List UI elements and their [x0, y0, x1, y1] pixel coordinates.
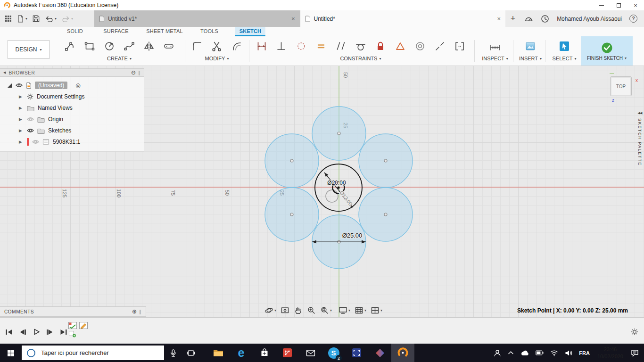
offset-tool[interactable] — [227, 37, 247, 55]
sketch-point[interactable] — [290, 213, 293, 216]
tab-sheet-metal[interactable]: SHEET METAL — [142, 27, 187, 36]
sketch-circle-construction[interactable] — [326, 190, 338, 202]
sketch-palette-tab[interactable]: ◀◀ SKETCH PALETTE — [637, 111, 642, 166]
view-cube-face-label[interactable]: TOP — [616, 84, 626, 89]
activate-component-icon[interactable]: ◎ — [75, 82, 80, 89]
circle-tool[interactable] — [99, 37, 119, 55]
dev-tool-app[interactable] — [345, 344, 368, 362]
tab-surface[interactable]: SURFACE — [99, 27, 132, 36]
expand-icon[interactable]: ▶ — [19, 140, 24, 144]
skype-app[interactable]: S 2 — [322, 344, 345, 362]
view-cube[interactable]: TOP x z — [610, 76, 632, 96]
new-tab-button[interactable]: + — [505, 10, 520, 27]
task-view-button[interactable] — [182, 344, 200, 362]
file-menu-button[interactable]: ▾ — [16, 14, 28, 24]
viewports-button[interactable]: ▾ — [369, 305, 384, 316]
trim-tool[interactable] — [207, 37, 227, 55]
mail-app[interactable] — [299, 344, 322, 362]
sketch-palette-label[interactable]: SKETCH PALETTE — [637, 118, 642, 166]
timeline-feature-component-icon[interactable] — [68, 322, 77, 329]
workspace-selector[interactable]: DESIGN ▾ — [8, 40, 50, 59]
create-group-label[interactable]: CREATE▾ — [107, 56, 132, 61]
look-at-button[interactable] — [279, 305, 291, 316]
go-to-end-button[interactable] — [58, 328, 69, 336]
step-back-button[interactable] — [17, 328, 28, 336]
timeline-settings-button[interactable] — [631, 328, 638, 336]
midpoint-constraint[interactable] — [390, 37, 410, 55]
maximize-button[interactable] — [610, 0, 627, 10]
expand-palette-icon[interactable]: ◀◀ — [638, 111, 642, 115]
select-group-label[interactable]: SELECT▾ — [553, 56, 577, 61]
expand-icon[interactable]: ▶ — [19, 106, 24, 110]
tree-item-origin[interactable]: ▶ Origin — [0, 114, 144, 125]
onedrive-button[interactable] — [517, 344, 532, 362]
diamond-app[interactable] — [368, 344, 391, 362]
go-to-start-button[interactable] — [4, 328, 14, 336]
visibility-eye-icon[interactable] — [27, 128, 34, 133]
visibility-eye-off-icon[interactable] — [32, 140, 39, 144]
taskbar-clock[interactable]: 23:46 10/02/2020 — [593, 346, 627, 360]
file-explorer-app[interactable] — [206, 344, 230, 362]
grid-snap-button[interactable]: ▾ — [353, 305, 368, 316]
help-button[interactable]: ? — [629, 15, 637, 23]
coincident-constraint[interactable] — [291, 37, 311, 55]
microphone-button[interactable] — [164, 344, 182, 362]
action-center-button[interactable] — [627, 344, 642, 362]
tangent-constraint[interactable] — [351, 37, 371, 55]
finish-sketch-button[interactable]: FINISH SKETCH▾ — [581, 36, 633, 66]
close-tab-icon[interactable]: × — [291, 15, 295, 22]
play-button[interactable] — [31, 328, 41, 336]
collapse-all-icon[interactable]: ⊖ — [131, 69, 136, 76]
app-grid-button[interactable] — [4, 14, 13, 23]
slot-tool[interactable] — [159, 37, 179, 55]
taskbar-search-input[interactable]: Taper ici pour rechercher — [22, 346, 164, 360]
tab-sketch[interactable]: SKETCH — [235, 27, 265, 36]
expand-icon[interactable]: ▶ — [19, 128, 24, 133]
insert-group-label[interactable]: INSERT▾ — [519, 56, 542, 61]
network-button[interactable] — [547, 344, 561, 362]
constraints-group-label[interactable]: CONSTRAINTS▾ — [340, 56, 381, 61]
line-tool[interactable] — [60, 37, 80, 55]
tab-untitled[interactable]: Untitled* × — [300, 10, 506, 27]
expand-icon[interactable] — [8, 83, 12, 88]
battery-button[interactable] — [532, 344, 547, 362]
browser-header[interactable]: ◀ BROWSER ⊖ ∥ — [0, 68, 144, 77]
tray-overflow-button[interactable] — [504, 344, 517, 362]
tab-solid[interactable]: SOLID — [63, 27, 87, 36]
minimize-button[interactable] — [593, 0, 610, 10]
timeline-feature-sketch-icon[interactable] — [79, 322, 88, 329]
close-tab-icon[interactable]: × — [497, 15, 501, 22]
redo-button[interactable]: ▾ — [60, 14, 74, 24]
save-button[interactable] — [31, 14, 41, 24]
fillet-tool[interactable] — [187, 37, 207, 55]
tab-tools[interactable]: TOOLS — [196, 27, 223, 36]
modify-group-label[interactable]: MODIFY▾ — [205, 56, 229, 61]
visibility-eye-off-icon[interactable] — [27, 117, 34, 122]
job-status-icon[interactable] — [541, 15, 549, 23]
sketch-dimension-tool[interactable] — [252, 37, 272, 55]
comments-bar[interactable]: COMMENTS ⊕ ∥ — [0, 306, 146, 317]
tab-untitled-v1[interactable]: Untitled v1* × — [94, 10, 300, 27]
zoom-button[interactable] — [305, 305, 317, 316]
user-account-name[interactable]: Mohamed Ayoub Aissaoui — [557, 16, 622, 22]
horizontal-vertical-constraint[interactable] — [272, 37, 291, 55]
close-button[interactable]: × — [627, 0, 644, 10]
tree-item-root[interactable]: (Unsaved) ◎ — [0, 80, 144, 91]
panel-grip-icon[interactable]: ∥ — [138, 70, 140, 75]
mirror-tool[interactable] — [139, 37, 159, 55]
measure-tool[interactable] — [485, 37, 505, 55]
sketch-point[interactable] — [338, 132, 340, 135]
undo-button[interactable]: ▾ — [44, 14, 58, 24]
tree-item-sketches[interactable]: ▶ Sketches — [0, 125, 144, 136]
parallel-constraint[interactable] — [331, 37, 351, 55]
inspect-group-label[interactable]: INSPECT▾ — [482, 56, 508, 61]
model-canvas[interactable]: 125 100 75 50 25 50 25 — [0, 66, 644, 317]
edge-browser-app[interactable]: e — [230, 344, 253, 362]
volume-button[interactable] — [561, 344, 576, 362]
spline-tool[interactable] — [119, 37, 139, 55]
add-comment-icon[interactable]: ⊕ — [132, 308, 137, 315]
rectangle-tool[interactable] — [80, 37, 99, 55]
language-indicator[interactable]: FRA — [576, 344, 593, 362]
fix-constraint[interactable] — [371, 37, 390, 55]
tree-item-label[interactable]: (Unsaved) — [35, 82, 67, 89]
